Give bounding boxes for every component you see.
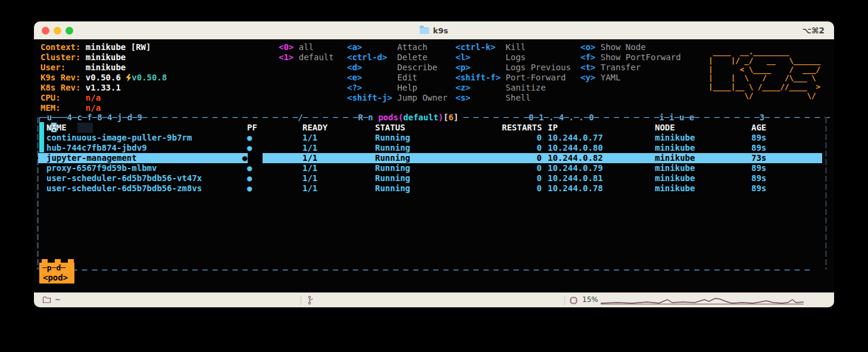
hotkey-label: Describe — [397, 63, 437, 72]
hotkey-item: <a> Attach — [347, 42, 448, 52]
node-cell: minikube — [655, 143, 695, 153]
status-cell: Running — [375, 153, 410, 163]
hotkey-item: <ctrl-d> Delete — [347, 52, 448, 63]
hotkey-key: <shift-f> — [455, 73, 505, 82]
pod-name-cell: jupyter-management — [46, 153, 137, 163]
info-value: minikube — [86, 52, 126, 62]
restarts-cell: 0 — [502, 143, 542, 153]
hotkey-item: <l> Logs — [455, 52, 571, 63]
info-line: User: minikube — [40, 63, 167, 73]
hotkey-item: <f> Show PortForward — [580, 52, 681, 63]
ready-cell: 1/1 — [302, 173, 317, 183]
ready-cell: 1/1 — [302, 143, 317, 153]
column-header-restarts: RESTARTS — [502, 123, 542, 133]
hotkey-key: <shift-j> — [347, 93, 397, 102]
info-line: Context: minikube [RW] — [40, 42, 167, 52]
column-header-ip: IP — [548, 123, 558, 133]
hotkey-label: default — [299, 52, 334, 62]
breadcrumb-pod[interactable]: ─p─d─ <pod> — [39, 263, 74, 284]
border-artifacts-right: ─ ─ ─ ─ ─ ─ ─0─1─.─4─.─.─0─ ─ ─ ─ ─ ─ ─i… — [458, 113, 830, 122]
restarts-cell: 0 — [502, 133, 542, 143]
table-row[interactable]: jupyter-management●1/1Running010.244.0.8… — [38, 153, 822, 163]
ready-cell: 1/1 — [302, 153, 317, 163]
age-cell: 73s — [751, 153, 766, 163]
namespace-hotkeys: <0> all<1> default — [279, 42, 334, 63]
upgrade-bolt-icon — [126, 73, 132, 82]
hotkey-key: <d> — [347, 63, 397, 72]
hotkey-key: <l> — [455, 52, 505, 62]
hotkey-item: <1> default — [279, 52, 334, 63]
status-cell: Running — [375, 143, 410, 153]
ip-cell: 10.244.0.77 — [548, 133, 603, 143]
pod-name-cell: hub-744c7fb874-jbdv9 — [46, 143, 147, 153]
status-cell: Running — [375, 183, 410, 194]
hotkey-item: <0> all — [279, 42, 334, 52]
hotkey-item: <z> Sanitize — [455, 83, 571, 93]
pod-name-cell: proxy-6567f9d59b-mlbmv — [46, 163, 157, 173]
hotkey-label: YAML — [601, 73, 621, 82]
statusbar-divider — [564, 295, 565, 305]
ready-cell: 1/1 — [302, 163, 317, 173]
age-cell: 89s — [751, 133, 766, 143]
hotkey-key: <ctrl-k> — [455, 42, 505, 52]
column-header-age: AGE — [751, 123, 766, 133]
statusbar-divider — [301, 295, 301, 305]
info-label: User: — [40, 63, 86, 72]
info-label: Context: — [40, 42, 86, 52]
hotkey-label: Logs Previous — [505, 63, 571, 72]
action-hotkeys-col1: <a> Attach<ctrl-d> Delete<d> Describe<e>… — [347, 42, 448, 103]
table-row[interactable]: hub-744c7fb874-jbdv9●1/1Running010.244.0… — [38, 143, 822, 153]
panel-title-count: 6 — [448, 113, 453, 122]
restarts-cell: 0 — [502, 173, 542, 183]
age-cell: 89s — [751, 163, 766, 173]
hotkey-item: <y> YAML — [580, 73, 681, 83]
hotkey-item: <d> Describe — [347, 63, 448, 73]
hotkey-key: <s> — [455, 93, 505, 102]
table-row[interactable]: user-scheduler-6d5b7bdb56-zm8vs●1/1Runni… — [38, 183, 822, 194]
hotkey-label: Help — [397, 83, 417, 92]
folder-icon — [420, 27, 429, 34]
info-line: K9s Rev: v0.50.6 v0.50.8 — [40, 73, 167, 83]
age-cell: 89s — [751, 173, 766, 183]
info-label: K9s Rev: — [40, 73, 86, 82]
column-header-ready: READY — [302, 123, 327, 133]
git-branch-icon — [307, 295, 314, 305]
tab-shortcut: ⌥⌘2 — [803, 21, 825, 39]
hotkey-key: <a> — [347, 42, 397, 52]
table-row[interactable]: proxy-6567f9d59b-mlbmv●1/1Running010.244… — [38, 163, 822, 173]
hotkey-key: <ctrl-d> — [347, 52, 397, 62]
cwd-path: ~ — [55, 295, 61, 304]
restarts-cell: 0 — [502, 153, 542, 163]
hotkey-label: Shell — [505, 93, 530, 102]
screen: { "window": { "title": "k9s", "shortcut"… — [0, 0, 868, 352]
info-value: n/a — [86, 103, 101, 113]
hotkey-item: <ctrl-k> Kill — [455, 42, 571, 52]
window-title-text: k9s — [433, 26, 448, 35]
node-cell: minikube — [655, 173, 695, 183]
pf-indicator-icon: ● — [242, 153, 247, 163]
hotkey-label: Kill — [505, 42, 526, 52]
column-header-name: NAME↑e — [46, 123, 57, 133]
window-title: k9s — [34, 21, 834, 39]
border-artifacts-left: ┌─u───4─c─f─8─4─j─d─9─ ─ ─ ─ ─ ─ ─ ─ ─ ─… — [37, 113, 378, 122]
age-cell: 89s — [751, 143, 766, 153]
table-row[interactable]: user-scheduler-6d5b7bdb56-vt47x●1/1Runni… — [38, 173, 822, 183]
hotkey-label: Port-Forward — [505, 73, 566, 82]
crumb-label: <pod> — [43, 273, 68, 284]
pf-indicator-icon: ● — [247, 143, 252, 153]
info-line: CPU: n/a — [40, 93, 167, 103]
hotkey-label: Transfer — [601, 63, 641, 72]
table-header-row: NAME↑ePFREADYSTATUSRESTARTSIPNODEAGE — [38, 123, 822, 133]
info-label: Cluster: — [40, 52, 86, 62]
hotkey-item: <t> Transfer — [580, 63, 681, 73]
ip-cell: 10.244.0.82 — [548, 153, 603, 163]
hotkey-item: <shift-j> Jump Owner — [347, 93, 448, 103]
table-row[interactable]: continuous-image-puller-9b7rm●1/1Running… — [38, 133, 822, 143]
info-label: CPU: — [40, 93, 86, 102]
pf-indicator-icon: ● — [247, 163, 252, 173]
hotkey-key: <1> — [279, 52, 299, 62]
column-header-status: STATUS — [375, 123, 405, 133]
panel-title-namespace: default — [403, 113, 438, 122]
restarts-cell: 0 — [502, 183, 542, 194]
cpu-percentage: 15% — [582, 295, 598, 304]
